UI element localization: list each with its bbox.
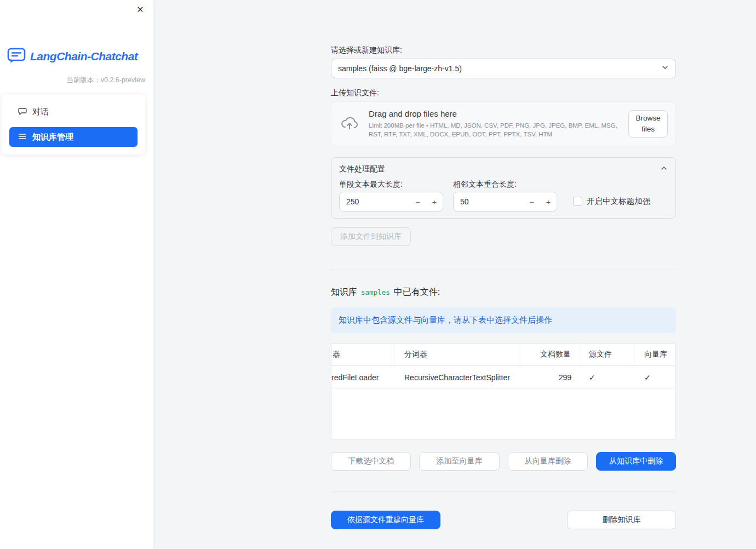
upload-files-label: 上传知识文件: xyxy=(331,88,676,98)
column-header-docs-count: 文档数量 xyxy=(519,344,581,365)
cell-source-file-check: ✓ xyxy=(581,366,634,388)
chevron-up-icon xyxy=(660,164,668,174)
cell-loader: redFileLoader xyxy=(331,366,394,388)
overlap-size-label: 相邻文本重合长度: xyxy=(453,180,557,190)
delete-from-kb-button[interactable]: 从知识库中删除 xyxy=(596,452,676,471)
overlap-size-input[interactable]: 50 − + xyxy=(453,192,557,211)
kb-files-suffix: 中已有文件: xyxy=(394,287,440,298)
kb-select-label: 请选择或新建知识库: xyxy=(331,45,676,55)
list-icon xyxy=(18,132,27,142)
chunk-size-input[interactable]: 250 − + xyxy=(339,192,443,211)
expander-body: 单段文本最大长度: 250 − + 相邻文本重合长度: 50 − + 开启中 xyxy=(339,180,668,211)
dropzone-title: Drag and drop files here xyxy=(369,109,623,118)
cell-splitter: RecursiveCharacterTextSplitter xyxy=(394,366,519,388)
table-header-row: 器 分词器 文档数量 源文件 向量库 xyxy=(331,344,675,366)
cell-vector-store-check: ✓ xyxy=(634,366,676,388)
column-header-vector-store: 向量库 xyxy=(634,344,676,365)
kb-select[interactable]: samples (faiss @ bge-large-zh-v1.5) xyxy=(331,59,676,78)
chat-bubble-icon xyxy=(18,107,27,117)
overlap-size-increment-button[interactable]: + xyxy=(540,192,557,211)
add-to-vector-store-button[interactable]: 添加至向量库 xyxy=(419,452,499,471)
kb-select-value: samples (faiss @ bge-large-zh-v1.5) xyxy=(338,64,661,73)
logo-chat-icon xyxy=(7,47,26,66)
zh-title-enhance-checkbox[interactable] xyxy=(573,197,582,206)
app-title: LangChain-Chatchat xyxy=(30,50,138,63)
add-files-to-kb-button[interactable]: 添加文件到知识库 xyxy=(331,227,411,246)
file-actions-row: 下载选中文档 添加至向量库 从向量库删除 从知识库中删除 xyxy=(331,452,676,471)
version-label: 当前版本：v0.2.6-preview xyxy=(66,76,145,85)
cell-docs-count: 299 xyxy=(519,366,581,388)
table-row[interactable]: redFileLoader RecursiveCharacterTextSpli… xyxy=(331,366,675,389)
zh-title-enhance-row: 开启中文标题加强 xyxy=(573,196,668,207)
sidebar-menu: 对话 知识库管理 xyxy=(2,94,145,155)
dropzone-texts: Drag and drop files here Limit 200MB per… xyxy=(362,109,628,139)
kb-name-code: samples xyxy=(361,288,390,296)
file-dropzone[interactable]: Drag and drop files here Limit 200MB per… xyxy=(331,101,676,146)
zh-title-enhance-label: 开启中文标题加强 xyxy=(587,196,650,207)
expander-header[interactable]: 文件处理配置 xyxy=(339,164,668,174)
divider xyxy=(331,491,676,492)
file-config-expander: 文件处理配置 单段文本最大长度: 250 − + 相邻文本重合长度: 50 − … xyxy=(331,157,676,219)
cloud-upload-icon xyxy=(340,115,362,133)
chunk-size-value: 250 xyxy=(340,197,410,206)
sidebar-item-label: 对话 xyxy=(32,107,49,117)
download-selected-button[interactable]: 下载选中文档 xyxy=(331,452,411,471)
kb-files-prefix: 知识库 xyxy=(331,287,357,298)
kb-files-table: 器 分词器 文档数量 源文件 向量库 redFileLoader Recursi… xyxy=(331,343,676,439)
dropzone-limit-hint: Limit 200MB per file • HTML, MD, JSON, C… xyxy=(369,121,623,139)
rebuild-vector-store-button[interactable]: 依据源文件重建向量库 xyxy=(331,511,440,529)
divider xyxy=(331,270,676,270)
overlap-size-value: 50 xyxy=(454,197,524,206)
kb-files-heading: 知识库 samples 中已有文件: xyxy=(331,287,676,299)
browse-files-button[interactable]: Browse files xyxy=(628,110,668,138)
column-header-source-file: 源文件 xyxy=(581,344,634,365)
column-header-splitter: 分词器 xyxy=(394,344,519,365)
sidebar: ✕ LangChain-Chatchat 当前版本：v0.2.6-preview… xyxy=(0,0,153,549)
info-alert: 知识库中包含源文件与向量库，请从下表中选择文件后操作 xyxy=(331,307,676,333)
chunk-size-increment-button[interactable]: + xyxy=(426,192,443,211)
chunk-size-decrement-button[interactable]: − xyxy=(410,192,426,211)
chevron-down-icon xyxy=(661,64,669,73)
delete-from-vector-store-button[interactable]: 从向量库删除 xyxy=(508,452,588,471)
info-alert-text: 知识库中包含源文件与向量库，请从下表中选择文件后操作 xyxy=(339,315,552,325)
expander-title: 文件处理配置 xyxy=(339,164,385,174)
column-header-loader: 器 xyxy=(331,344,394,365)
sidebar-item-dialogue[interactable]: 对话 xyxy=(9,102,138,122)
overlap-size-decrement-button[interactable]: − xyxy=(524,192,540,211)
sidebar-close-button[interactable]: ✕ xyxy=(134,3,147,16)
sidebar-item-label: 知识库管理 xyxy=(32,132,73,142)
delete-kb-button[interactable]: 删除知识库 xyxy=(567,511,676,529)
kb-actions-row: 依据源文件重建向量库 删除知识库 xyxy=(331,511,676,529)
sidebar-item-knowledge-base[interactable]: 知识库管理 xyxy=(9,127,138,147)
chunk-size-label: 单段文本最大长度: xyxy=(339,180,443,190)
app-logo: LangChain-Chatchat xyxy=(7,47,138,66)
main-content: 请选择或新建知识库: samples (faiss @ bge-large-zh… xyxy=(331,0,676,529)
